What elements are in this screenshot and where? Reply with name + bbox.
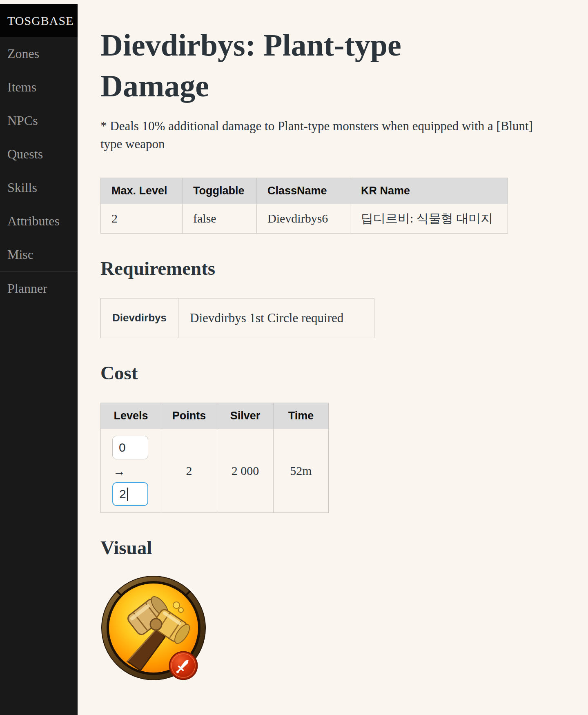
main-content: Dievdirbys: Plant-type Damage * Deals 10…: [78, 0, 588, 681]
text-caret: [127, 488, 128, 501]
skill-icon: [100, 575, 207, 681]
arrow-right-icon: →: [113, 464, 161, 478]
level-to-input[interactable]: [112, 482, 148, 506]
sidebar-nav: Zones Items NPCs Quests Skills Attribute…: [0, 37, 78, 305]
level-to-wrapper: [112, 482, 161, 506]
cost-heading: Cost: [100, 362, 572, 384]
visual-heading: Visual: [100, 537, 572, 559]
cell-classname: Dievdirbys6: [257, 204, 350, 233]
sidebar-item-quests[interactable]: Quests: [0, 138, 78, 171]
table-row: → 2 2 000 52m: [101, 429, 329, 512]
sidebar-item-skills[interactable]: Skills: [0, 171, 78, 205]
cell-requirement-text: Dievdirbys 1st Circle required: [178, 298, 374, 338]
header-togglable: Togglable: [183, 178, 257, 204]
cell-togglable: false: [183, 204, 257, 233]
level-from-input[interactable]: [112, 436, 148, 459]
sidebar-item-planner[interactable]: Planner: [0, 272, 78, 305]
table-header-row: Max. Level Togglable ClassName KR Name: [101, 178, 508, 204]
cell-points: 2: [161, 429, 217, 512]
page-title: Dievdirbys: Plant-type Damage: [100, 25, 501, 107]
table-row: 2 false Dievdirbys6 딥디르비: 식물형 대미지: [101, 204, 508, 233]
requirements-heading: Requirements: [100, 257, 572, 279]
sidebar: TOSGBASE Zones Items NPCs Quests Skills …: [0, 4, 78, 715]
sidebar-item-zones[interactable]: Zones: [0, 37, 78, 71]
sidebar-brand-link[interactable]: TOSGBASE: [0, 4, 78, 37]
header-levels: Levels: [101, 403, 161, 429]
header-max-level: Max. Level: [101, 178, 183, 204]
sidebar-item-items[interactable]: Items: [0, 71, 78, 104]
cell-max-level: 2: [101, 204, 183, 233]
requirements-table: Dievdirbys Dievdirbys 1st Circle require…: [100, 298, 374, 338]
header-classname: ClassName: [257, 178, 350, 204]
header-points: Points: [161, 403, 217, 429]
cell-time: 52m: [274, 429, 329, 512]
header-silver: Silver: [217, 403, 274, 429]
skill-description: * Deals 10% additional damage to Plant-t…: [100, 117, 533, 153]
header-kr-name: KR Name: [350, 178, 508, 204]
sidebar-item-misc[interactable]: Misc: [0, 238, 78, 272]
cell-silver: 2 000: [217, 429, 274, 512]
cell-requirement-class: Dievdirbys: [101, 298, 178, 338]
sidebar-item-npcs[interactable]: NPCs: [0, 104, 78, 138]
header-time: Time: [274, 403, 329, 429]
sidebar-item-attributes[interactable]: Attributes: [0, 205, 78, 238]
table-header-row: Levels Points Silver Time: [101, 403, 329, 429]
attack-sword-badge: [169, 652, 197, 679]
cost-table: Levels Points Silver Time → 2 2 000 52m: [100, 403, 329, 513]
cell-levels: →: [101, 429, 161, 512]
skill-info-table: Max. Level Togglable ClassName KR Name 2…: [100, 178, 508, 234]
table-row: Dievdirbys Dievdirbys 1st Circle require…: [101, 298, 374, 338]
cell-kr-name: 딥디르비: 식물형 대미지: [350, 204, 508, 233]
